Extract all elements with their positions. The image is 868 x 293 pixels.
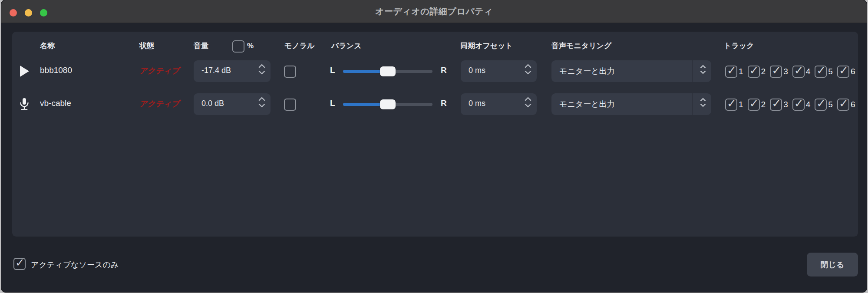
- track-number: 6: [851, 100, 855, 109]
- column-header-percent: %: [247, 40, 254, 52]
- balance-slider-handle[interactable]: [380, 99, 396, 109]
- audio-monitoring-dropdown[interactable]: モニターと出力: [551, 60, 711, 82]
- track-checkbox[interactable]: [770, 66, 782, 78]
- chevron-up-icon: [525, 64, 531, 68]
- mono-checkbox[interactable]: [284, 66, 296, 78]
- track-item: 3: [770, 99, 788, 111]
- column-header-tracks: トラック: [724, 40, 754, 52]
- dropdown-arrows: [700, 65, 706, 74]
- chevron-up-icon: [700, 98, 706, 101]
- chevron-up-icon: [258, 64, 265, 68]
- spinbox-arrows[interactable]: [258, 64, 265, 75]
- status-badge: アクティブ: [139, 99, 179, 109]
- volume-spinbox[interactable]: -17.4 dB: [194, 60, 271, 82]
- track-item: 6: [837, 99, 855, 111]
- microphone-icon: [18, 97, 31, 112]
- source-name: bbb1080: [40, 66, 72, 75]
- balance-slider[interactable]: [343, 70, 432, 73]
- column-header-status: 状態: [139, 40, 154, 52]
- chevron-down-icon: [258, 71, 265, 75]
- track-item: 4: [792, 99, 811, 111]
- column-header-mono: モノラル: [284, 40, 315, 52]
- track-item: 5: [815, 66, 833, 78]
- mono-checkbox[interactable]: [284, 99, 296, 111]
- balance-slider-handle[interactable]: [380, 66, 396, 76]
- track-number: 3: [783, 67, 788, 76]
- column-header-name: 名称: [40, 40, 55, 52]
- spinbox-arrows[interactable]: [525, 97, 531, 108]
- track-item: 5: [815, 99, 833, 111]
- track-number: 5: [828, 100, 833, 109]
- track-number: 6: [851, 67, 855, 76]
- track-checkbox[interactable]: [837, 99, 849, 111]
- play-icon: [18, 64, 31, 79]
- advanced-audio-properties-dialog: オーディオの詳細プロパティ 名称 状態 音量 % モノラル バランス 同期オフセ…: [1, 0, 867, 292]
- track-number: 1: [739, 67, 743, 76]
- audio-source-row: bbb1080 アクティブ -17.4 dB L R 0 ms: [1, 60, 867, 82]
- active-sources-only-label: アクティブなソースのみ: [31, 260, 119, 270]
- spinbox-arrows[interactable]: [525, 64, 531, 75]
- volume-percent-checkbox[interactable]: [232, 40, 244, 53]
- track-item: 6: [837, 66, 855, 78]
- track-checkbox-group: 1 2 3 4 5 6: [725, 99, 859, 111]
- track-number: 4: [806, 67, 811, 76]
- column-header-monitoring: 音声モニタリング: [551, 40, 611, 52]
- audio-source-row: vb-cable アクティブ 0.0 dB L R 0 ms: [1, 93, 867, 115]
- track-checkbox[interactable]: [815, 66, 827, 78]
- active-sources-only-checkbox[interactable]: [13, 258, 26, 270]
- track-item: 1: [725, 66, 743, 78]
- track-item: 4: [792, 66, 811, 78]
- volume-value: -17.4 dB: [201, 66, 231, 75]
- track-number: 4: [806, 100, 811, 109]
- sync-offset-spinbox[interactable]: 0 ms: [461, 93, 537, 115]
- screenshot: オーディオの詳細プロパティ 名称 状態 音量 % モノラル バランス 同期オフセ…: [0, 0, 868, 293]
- chevron-down-icon: [525, 104, 531, 108]
- volume-spinbox[interactable]: 0.0 dB: [194, 93, 271, 115]
- balance-right-label: R: [441, 99, 447, 108]
- source-name: vb-cable: [40, 99, 71, 108]
- track-item: 2: [748, 99, 766, 111]
- chevron-up-icon: [700, 65, 706, 68]
- track-checkbox[interactable]: [748, 66, 760, 78]
- track-checkbox[interactable]: [815, 99, 827, 111]
- close-button-label: 閉じる: [821, 260, 845, 270]
- status-badge: アクティブ: [139, 66, 179, 76]
- track-checkbox[interactable]: [792, 66, 805, 78]
- title-bar[interactable]: オーディオの詳細プロパティ: [1, 0, 867, 23]
- volume-value: 0.0 dB: [201, 99, 224, 108]
- track-checkbox-group: 1 2 3 4 5 6: [725, 66, 859, 78]
- dropdown-divider: [692, 60, 693, 82]
- sync-offset-value: 0 ms: [469, 99, 485, 108]
- track-checkbox[interactable]: [837, 66, 849, 78]
- monitoring-value: モニターと出力: [559, 99, 615, 109]
- chevron-down-icon: [525, 71, 531, 75]
- track-item: 1: [725, 99, 743, 111]
- track-item: 3: [770, 66, 788, 78]
- track-checkbox[interactable]: [748, 99, 760, 111]
- balance-slider[interactable]: [343, 103, 432, 106]
- track-number: 5: [828, 67, 833, 76]
- monitoring-value: モニターと出力: [559, 66, 615, 76]
- track-checkbox[interactable]: [770, 99, 782, 111]
- column-header-volume: 音量: [194, 40, 208, 52]
- chevron-up-icon: [525, 97, 531, 101]
- dropdown-arrows: [700, 98, 706, 107]
- column-header-balance: バランス: [331, 40, 362, 52]
- sync-offset-value: 0 ms: [469, 66, 485, 75]
- track-number: 2: [761, 100, 766, 109]
- track-checkbox[interactable]: [792, 99, 805, 111]
- window-title: オーディオの詳細プロパティ: [1, 0, 867, 23]
- close-button[interactable]: 閉じる: [807, 253, 858, 277]
- dropdown-divider: [692, 93, 693, 115]
- track-checkbox[interactable]: [725, 66, 737, 78]
- sync-offset-spinbox[interactable]: 0 ms: [461, 60, 537, 82]
- chevron-down-icon: [700, 71, 706, 74]
- chevron-down-icon: [258, 104, 265, 108]
- column-header-sync-offset: 同期オフセット: [460, 40, 513, 52]
- balance-left-label: L: [330, 66, 335, 75]
- audio-monitoring-dropdown[interactable]: モニターと出力: [551, 93, 711, 115]
- track-checkbox[interactable]: [725, 99, 737, 111]
- track-item: 2: [748, 66, 766, 78]
- spinbox-arrows[interactable]: [258, 97, 265, 108]
- track-number: 1: [739, 100, 743, 109]
